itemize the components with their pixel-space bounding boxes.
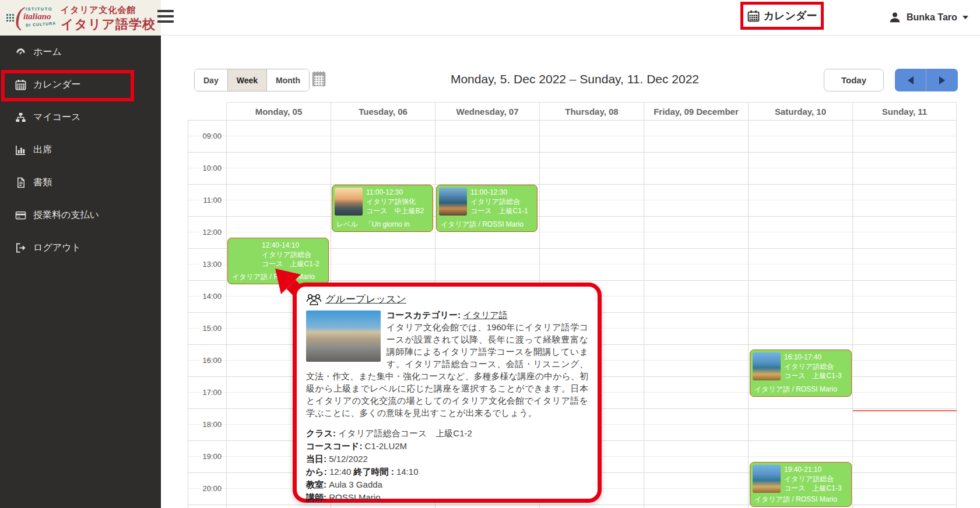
detail-room: 教室: Aula 3 Gadda	[306, 478, 588, 491]
day-header-monday: Monday, 05	[226, 103, 331, 120]
event-time: 11:00-12:30	[366, 188, 430, 197]
calendar-week-title: Monday, 5. Dec 2022 – Sunday, 11. Dec 20…	[377, 72, 773, 86]
sidebar-item-label: 書類	[33, 177, 52, 189]
event-saturday-1940[interactable]: 19:40-21:10 イタリア語総合 コース 上級C1-3 イタリア語 / R…	[750, 462, 852, 507]
detail-class: クラス: イタリア語総合コース 上級C1-2	[306, 427, 588, 440]
day-header-tuesday: Tuesday, 06	[331, 103, 435, 120]
group-lesson-link[interactable]: グループレッスン	[325, 292, 406, 306]
event-title-line2: コース 上級C1-2	[262, 259, 326, 269]
chevron-down-icon	[963, 15, 968, 20]
time-label: 12:00	[188, 216, 222, 248]
event-title-line1: イタリア語総合	[784, 362, 849, 371]
sidebar-nav: ホーム カレンダー マイコース	[0, 36, 161, 508]
event-time: 12:40-14:10	[262, 241, 326, 250]
arrow-right-icon	[937, 76, 947, 85]
event-teacher: イタリア語 / ROSSI Mario	[754, 495, 837, 505]
sidebar-item-tuition-payment[interactable]: 授業料の支払い	[0, 199, 161, 231]
date-picker-calendar-icon[interactable]	[311, 70, 327, 88]
calendar-icon	[747, 10, 760, 22]
event-saturday-1610[interactable]: 16:10-17:40 イタリア語総合 コース 上級C1-3 イタリア語 / R…	[750, 350, 852, 397]
logout-icon	[15, 242, 26, 253]
view-day-button[interactable]: Day	[195, 69, 228, 91]
logo-dot-grid	[6, 13, 15, 23]
detail-date: 当日: 5/12/2022	[306, 453, 588, 465]
event-time: 11:00-12:30	[470, 188, 535, 197]
time-label: 20:00	[188, 472, 222, 505]
time-label: 16:00	[188, 344, 222, 376]
payment-card-icon	[15, 210, 26, 221]
day-header-thursday: Thursday, 08	[539, 103, 644, 120]
documents-icon	[15, 177, 26, 188]
cinque-terre-photo	[439, 188, 467, 216]
sidebar-item-attendance[interactable]: 出席	[0, 133, 161, 166]
event-tuesday-1100[interactable]: 11:00-12:30 イタリア語強化 コース 中上級B2 レベル 「Un gi…	[332, 185, 433, 232]
event-title-line1: イタリア語総合	[784, 474, 849, 484]
sidebar-item-label: 授業料の支払い	[33, 209, 99, 221]
top-bar: ( ISTITUTO italiano DI CULTURA イタリア文化会館 …	[0, 0, 980, 36]
grid-line	[956, 120, 957, 508]
popup-details: クラス: イタリア語総合コース 上級C1-2 コースコード: C1-2LU2M …	[306, 427, 588, 504]
view-week-button[interactable]: Week	[228, 69, 267, 91]
event-detail-popup: グループレッスン コースカテゴリー: イタリア語 イタリア文化会館では、1960…	[293, 283, 602, 503]
prev-week-button[interactable]	[895, 69, 926, 91]
group-lesson-icon	[306, 293, 322, 306]
popup-header: グループレッスン	[306, 292, 588, 306]
dashboard-icon	[15, 47, 26, 58]
week-navigation	[895, 69, 958, 91]
current-time-indicator	[853, 410, 957, 411]
event-title-line2: コース 上級C1-3	[784, 371, 849, 380]
attendance-chart-icon	[15, 144, 26, 156]
logo-paren: (	[15, 2, 24, 31]
logo-cultura-text: DI CULTURA	[26, 21, 57, 27]
grid-line	[226, 120, 227, 508]
sidebar-item-label: 出席	[33, 144, 52, 156]
arrow-left-icon	[905, 76, 916, 85]
school-name: イタリア文化会館 イタリア語学校	[61, 5, 156, 33]
course-category-label: コースカテゴリー:	[387, 310, 461, 320]
event-teacher: イタリア語 / ROSSI Mario	[754, 384, 837, 394]
time-label: 19:00	[188, 440, 222, 472]
next-week-button[interactable]	[926, 69, 958, 91]
sidebar-item-documents[interactable]: 書類	[0, 166, 161, 199]
time-label: 14:00	[188, 280, 222, 312]
event-monday-1240[interactable]: 12:40-14:10 イタリア語総合 コース 上級C1-2 イタリア語 / R…	[227, 238, 329, 284]
sidebar-item-home[interactable]: ホーム	[0, 36, 161, 68]
sidebar-item-label: ログアウト	[33, 242, 81, 254]
school-logo: ( ISTITUTO italiano DI CULTURA イタリア文化会館 …	[0, 0, 161, 36]
event-teacher: イタリア語 / ROSSI Mario	[232, 272, 315, 282]
event-teacher: イタリア語 / ROSSI Mario	[441, 220, 524, 230]
header-calendar-button[interactable]: カレンダー	[740, 2, 824, 30]
school-name-line1: イタリア文化会館	[61, 5, 156, 16]
event-wednesday-1100[interactable]: 11:00-12:30 イタリア語総合 コース 上級C1-1 イタリア語 / R…	[436, 185, 538, 232]
school-name-line2: イタリア語学校	[61, 16, 156, 33]
institute-logo-mark: ( ISTITUTO italiano DI CULTURA	[6, 4, 57, 31]
event-title-line2: コース 上級C1-3	[784, 484, 849, 493]
day-header-saturday: Saturday, 10	[748, 103, 852, 120]
grid-line	[852, 120, 853, 508]
user-name: Bunka Taro	[907, 12, 957, 23]
time-label: 15:00	[188, 312, 222, 344]
rome-street-photo	[230, 241, 258, 269]
logo-italiano-text: italiano	[23, 12, 51, 22]
popup-body: コースカテゴリー: イタリア語 イタリア文化会館では、1960年にイタリア語学コ…	[306, 309, 588, 419]
naples-piazza-photo	[306, 311, 381, 362]
event-title-line2: コース 中上級B2	[366, 206, 430, 216]
course-category-link[interactable]: イタリア語	[463, 310, 507, 320]
time-label: 10:00	[188, 152, 222, 184]
sidebar-item-my-courses[interactable]: マイコース	[0, 101, 161, 133]
day-header-row: Monday, 05 Tuesday, 06 Wednesday, 07 Thu…	[226, 102, 957, 120]
time-label: 13:00	[188, 248, 222, 280]
today-button[interactable]: Today	[824, 69, 884, 91]
lake-village-photo	[753, 352, 781, 380]
event-time: 16:10-17:40	[784, 352, 849, 362]
header-calendar-label: カレンダー	[764, 9, 817, 23]
detail-teacher: 講師: ROSSI Mario	[306, 491, 588, 504]
view-month-button[interactable]: Month	[267, 69, 309, 91]
day-header-wednesday: Wednesday, 07	[435, 103, 539, 120]
lake-village-photo	[753, 465, 781, 493]
sidebar-item-label: マイコース	[33, 111, 81, 124]
sidebar-item-calendar[interactable]: カレンダー	[0, 68, 161, 101]
hamburger-menu-icon[interactable]	[157, 10, 174, 25]
sidebar-item-logout[interactable]: ログアウト	[0, 231, 161, 264]
user-menu[interactable]: Bunka Taro	[888, 8, 968, 27]
